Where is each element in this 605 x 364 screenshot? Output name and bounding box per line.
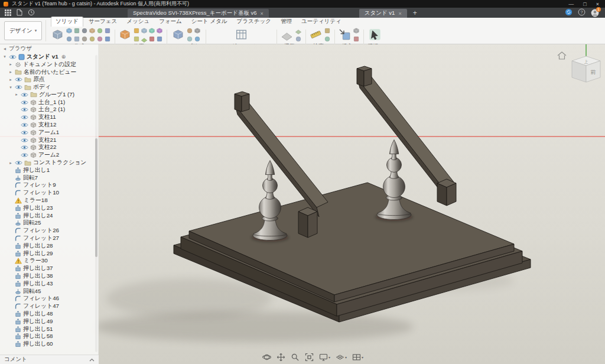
feature-item[interactable]: 押し出し48 xyxy=(0,310,98,318)
sweep-icon[interactable] xyxy=(73,27,80,34)
viewcube-top-face-label[interactable]: 上 xyxy=(584,60,588,64)
rigid-group-icon[interactable] xyxy=(194,27,201,34)
feature-item[interactable]: フィレット27 xyxy=(0,235,98,242)
interference-icon[interactable] xyxy=(324,27,331,34)
feature-item[interactable]: 押し出し24 xyxy=(0,212,98,220)
ribbon-tab[interactable]: シート メタル xyxy=(187,17,232,27)
tree-item[interactable]: ▸ドキュメントの設定 xyxy=(0,61,98,69)
feature-item[interactable]: ミラー18 xyxy=(0,197,98,204)
box-icon[interactable] xyxy=(89,27,96,34)
decal-icon[interactable] xyxy=(353,35,360,43)
ribbon-tab[interactable]: サーフェス xyxy=(84,17,121,27)
maximize-button[interactable]: □ xyxy=(583,1,586,7)
feature-item[interactable]: 押し出し28 xyxy=(0,242,98,250)
visibility-eye-icon[interactable] xyxy=(21,145,28,150)
home-view-icon[interactable] xyxy=(558,52,566,59)
fit-view-icon[interactable] xyxy=(304,352,314,362)
feature-item[interactable]: ミラー30 xyxy=(0,258,98,265)
help-icon[interactable]: ? xyxy=(578,8,586,18)
visibility-eye-icon[interactable] xyxy=(21,138,28,143)
workspace-selector[interactable]: デザイン ▾ xyxy=(4,21,42,40)
insert-derive-icon[interactable] xyxy=(339,28,351,41)
ribbon-tab[interactable]: ソリッド xyxy=(51,17,83,27)
construction-axis-icon[interactable] xyxy=(295,27,302,34)
scrollbar-thumb[interactable] xyxy=(95,138,97,257)
grid-layout-settings-icon[interactable]: ▾ xyxy=(335,352,347,362)
tree-item[interactable]: 支柱21 xyxy=(0,136,98,144)
visibility-eye-icon[interactable] xyxy=(21,122,28,128)
section-analysis-icon[interactable] xyxy=(324,35,331,43)
document-tab[interactable]: SpectraVideo SVI-738XPress_キーボード基板 v6× xyxy=(128,9,269,18)
press-pull-icon[interactable] xyxy=(119,28,131,41)
feature-item[interactable]: 押し出し1 xyxy=(0,167,98,174)
ribbon-tab[interactable]: 管理 xyxy=(277,17,296,27)
visibility-eye-icon[interactable] xyxy=(15,160,22,165)
tree-item[interactable]: 支柱12 xyxy=(0,121,98,129)
feature-item[interactable]: 押し出し29 xyxy=(0,250,98,258)
fillet-icon[interactable] xyxy=(133,27,140,34)
visibility-eye-icon[interactable] xyxy=(21,130,28,135)
ribbon-tab[interactable]: プラスチック xyxy=(233,17,275,27)
tree-item[interactable]: ▸コンストラクション xyxy=(0,159,98,167)
show-data-panel-grid-icon[interactable] xyxy=(5,8,11,18)
tree-item[interactable]: ▸グループ1 (7) xyxy=(0,91,98,99)
feature-item[interactable]: フィレット46 xyxy=(0,295,98,303)
torus-icon[interactable] xyxy=(96,35,103,43)
job-status-icon[interactable] xyxy=(565,8,573,18)
tree-item[interactable]: アーム2 xyxy=(0,151,98,159)
feature-item[interactable]: 回転7 xyxy=(0,174,98,182)
document-tab[interactable]: スタンド v1× xyxy=(359,9,407,18)
shell-icon[interactable] xyxy=(141,27,148,34)
feature-item[interactable]: 押し出し49 xyxy=(0,318,98,326)
tree-item[interactable]: ▾スタンド v1⊕ xyxy=(0,53,98,61)
thread-icon[interactable] xyxy=(81,35,88,43)
collapse-browser-icon[interactable]: ◂ xyxy=(4,46,6,51)
visibility-eye-icon[interactable] xyxy=(21,92,28,98)
motion-link-icon[interactable] xyxy=(194,35,201,43)
insert-mesh-icon[interactable] xyxy=(353,27,360,34)
tab-close-icon[interactable]: × xyxy=(261,11,264,17)
pan-icon[interactable] xyxy=(276,352,286,362)
zoom-icon[interactable] xyxy=(290,352,300,362)
viewports-icon[interactable]: ▾ xyxy=(352,352,364,362)
draft-icon[interactable] xyxy=(141,35,148,43)
configuration-table-icon[interactable] xyxy=(235,28,248,41)
ribbon-tab[interactable]: メッシュ xyxy=(122,17,154,27)
new-tab-button[interactable]: + xyxy=(408,8,422,18)
loft-icon[interactable] xyxy=(73,35,80,43)
browser-scrollbar[interactable] xyxy=(95,55,97,352)
sphere-icon[interactable] xyxy=(96,27,103,34)
tree-item[interactable]: 支柱11 xyxy=(0,113,98,121)
hole-icon[interactable] xyxy=(81,27,88,34)
extrude-icon[interactable] xyxy=(66,27,73,34)
recent-files-clock-icon[interactable] xyxy=(28,8,35,18)
new-body-icon[interactable] xyxy=(51,28,64,41)
display-settings-icon[interactable]: ▾ xyxy=(318,352,331,362)
revolve-icon[interactable] xyxy=(66,35,73,43)
feature-item[interactable]: 押し出し23 xyxy=(0,204,98,212)
feature-item[interactable]: 回転45 xyxy=(0,288,98,295)
tree-item[interactable]: ▸名前の付いたビュー xyxy=(0,69,98,76)
tree-item[interactable]: 支柱22 xyxy=(0,144,98,152)
feature-item[interactable]: 押し出し43 xyxy=(0,280,98,288)
visibility-eye-icon[interactable] xyxy=(21,100,28,105)
tree-item[interactable]: アーム1 xyxy=(0,129,98,136)
offset-face-icon[interactable] xyxy=(148,35,155,43)
tree-item[interactable]: ▸原点 xyxy=(0,76,98,83)
feature-item[interactable]: 押し出し60 xyxy=(0,340,98,348)
visibility-eye-icon[interactable] xyxy=(15,77,22,82)
visibility-eye-icon[interactable] xyxy=(21,107,28,112)
minimize-button[interactable]: — xyxy=(568,1,574,7)
comment-bar[interactable]: コメント xyxy=(0,355,99,364)
visibility-eye-icon[interactable] xyxy=(21,115,28,120)
tree-item[interactable]: 土台_2 (1) xyxy=(0,106,98,114)
visibility-eye-icon[interactable] xyxy=(9,54,17,60)
user-avatar[interactable]: 1 xyxy=(591,9,599,17)
visibility-eye-icon[interactable] xyxy=(15,84,22,90)
ribbon-tab[interactable]: ユーティリティ xyxy=(297,17,346,27)
construction-point-icon[interactable] xyxy=(295,35,302,43)
chamfer-icon[interactable] xyxy=(133,35,140,43)
feature-item[interactable]: フィレット10 xyxy=(0,189,98,197)
tree-item[interactable]: ▾ボディ xyxy=(0,83,98,91)
feature-item[interactable]: フィレット47 xyxy=(0,303,98,310)
